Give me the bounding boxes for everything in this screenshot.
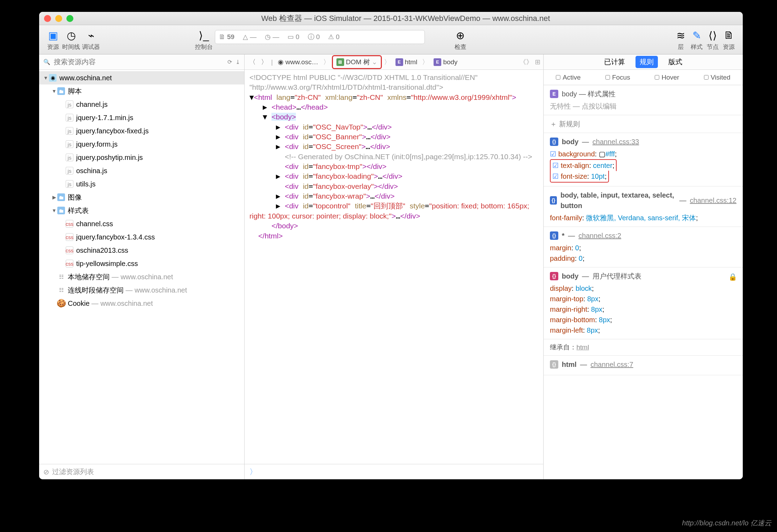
minimize-icon[interactable] <box>55 15 62 22</box>
url-box: 🗎 59 △ — ◷ — ▭ 0 ⓘ 0 ⚠ 0 <box>215 30 425 44</box>
tab-rules[interactable]: 规则 <box>636 56 658 68</box>
close-icon[interactable] <box>44 15 51 22</box>
tree-file[interactable]: csschannel.css <box>39 217 244 230</box>
tree-file[interactable]: jsjquery.poshytip.min.js <box>39 151 244 164</box>
tree-file[interactable]: csstip-yellowsimple.css <box>39 257 244 270</box>
tree-file[interactable]: jsoschina.js <box>39 164 244 177</box>
search-icon: 🔍 <box>43 59 50 65</box>
rule-section[interactable]: {}body, table, input, textarea, select, … <box>544 186 743 227</box>
styles-panel: 已计算 规则 版式 Active Focus Hover Visited Ebo… <box>544 54 743 479</box>
search-input[interactable] <box>54 58 224 66</box>
filter-bar: ⊘过滤资源列表 <box>39 464 244 479</box>
tree-file[interactable]: jsjquery-1.7.1.min.js <box>39 111 244 124</box>
inspector-window: Web 检查器 — iOS Simulator — 2015-01-31-WKW… <box>39 12 743 479</box>
main-area: 🔍 ⟳ ⤓ ▼◉www.oschina.net ▼🖿脚本 jschannel.j… <box>39 54 743 479</box>
tab-computed[interactable]: 已计算 <box>600 56 629 68</box>
tree-sessionstorage[interactable]: ☷连线时段储存空间 — www.oschina.net <box>39 283 244 297</box>
tree-file[interactable]: jsjquery.form.js <box>39 138 244 151</box>
pseudo-toggles: Active Focus Hover Visited <box>544 70 743 85</box>
tree-images[interactable]: ▶🖿图像 <box>39 191 244 204</box>
style-attr-section: Ebody — 样式属性 无特性 — 点按以编辑 <box>544 85 743 115</box>
inspect-button[interactable]: ⊕检查 <box>453 28 467 51</box>
tree-file[interactable]: jsutils.js <box>39 177 244 191</box>
back-button[interactable]: 〈 <box>247 57 257 67</box>
reload-icon[interactable]: ⟳ <box>227 59 232 65</box>
lock-icon: 🔒 <box>728 272 737 282</box>
tree-styles[interactable]: ▼🖿样式表 <box>39 204 244 217</box>
window-title: Web 检查器 — iOS Simulator — 2015-01-31-WKW… <box>73 13 738 24</box>
page-indicator: 🗎 59 <box>219 33 234 41</box>
tab-timeline[interactable]: ◷时间线 <box>62 28 80 51</box>
tree-root[interactable]: ▼◉www.oschina.net <box>39 71 244 84</box>
tab-debugger[interactable]: ⌁调试器 <box>82 28 100 51</box>
tree-file[interactable]: cssoschina2013.css <box>39 244 244 257</box>
rule-section-ua: 🔒 {}body — 用户代理样式表 display: block; margi… <box>544 267 743 339</box>
toggle-active[interactable]: Active <box>556 74 581 81</box>
dom-panel: 〈 〉 | ◉www.osc…〉 ⊞DOM 树⌄〉 Ehtml〉 Ebody 《… <box>245 54 544 479</box>
rule-section[interactable]: {}html — channel.css:7 <box>544 356 743 375</box>
tree-scripts[interactable]: ▼🖿脚本 <box>39 84 244 98</box>
titlebar: Web 检查器 — iOS Simulator — 2015-01-31-WKW… <box>39 12 743 25</box>
toggle-hover[interactable]: Hover <box>655 74 679 81</box>
resource-tree: ▼◉www.oschina.net ▼🖿脚本 jschannel.js jsjq… <box>39 70 244 464</box>
toggle-focus[interactable]: Focus <box>605 74 630 81</box>
rule-section[interactable]: {}body — channel.css:33 ☑background: ▢#f… <box>544 133 743 186</box>
tree-file[interactable]: cssjquery.fancybox-1.3.4.css <box>39 230 244 244</box>
badge-1: △ — <box>243 33 256 41</box>
tree-localstorage[interactable]: ☷本地储存空间 — www.oschina.net <box>39 270 244 283</box>
crumb-body[interactable]: Ebody <box>431 57 460 67</box>
sidebar: 🔍 ⟳ ⤓ ▼◉www.oschina.net ▼🖿脚本 jschannel.j… <box>39 54 245 479</box>
toggle-visited[interactable]: Visited <box>704 74 731 81</box>
tab-layout[interactable]: 版式 <box>664 56 687 68</box>
filter-icon: ⊘ <box>43 468 49 476</box>
globe-icon: ◉ <box>278 58 284 66</box>
badge-3: ▭ 0 <box>288 33 299 41</box>
tree-cookie[interactable]: 🍪Cookie — www.oschina.net <box>39 297 244 310</box>
traffic-lights <box>44 15 73 22</box>
tab-console[interactable]: ⟩_控制台 <box>195 28 213 51</box>
tab-resources-2[interactable]: 🗎资源 <box>722 28 736 51</box>
tree-file[interactable]: jsjquery.fancybox-fixed.js <box>39 124 244 138</box>
crumb-dom[interactable]: ⊞DOM 树⌄ <box>332 55 382 69</box>
crumb-html[interactable]: Ehtml <box>393 57 420 67</box>
tree-file[interactable]: jschannel.js <box>39 98 244 111</box>
breadcrumb: 〈 〉 | ◉www.osc…〉 ⊞DOM 树⌄〉 Ehtml〉 Ebody 《… <box>245 54 543 70</box>
crumb-site[interactable]: ◉www.osc… <box>275 57 321 67</box>
forward-button[interactable]: 〉 <box>259 57 269 67</box>
badge-5: ⚠ 0 <box>328 33 340 41</box>
rule-section[interactable]: {}* — channel.css:2 margin: 0; padding: … <box>544 227 743 267</box>
new-rule-button[interactable]: ＋ 新规则 <box>544 115 743 133</box>
badge-4: ⓘ 0 <box>308 32 320 42</box>
zoom-icon[interactable] <box>66 15 73 22</box>
style-tabs: 已计算 规则 版式 <box>544 54 743 70</box>
tab-styles[interactable]: ✎样式 <box>690 28 704 51</box>
tab-layers[interactable]: ≋层 <box>674 28 688 51</box>
watermark: http://blog.csdn.net/lo 亿速云 <box>682 518 771 528</box>
console-prompt[interactable]: 〉 <box>245 464 543 479</box>
search-bar: 🔍 ⟳ ⤓ <box>39 54 244 70</box>
download-icon[interactable]: ⤓ <box>235 59 240 65</box>
tab-node[interactable]: ⟨⟩节点 <box>706 28 720 51</box>
rules-list: Ebody — 样式属性 无特性 — 点按以编辑 ＋ 新规则 {}body — … <box>544 85 743 479</box>
toolbar: ▣资源 ◷时间线 ⌁调试器 ⟩_控制台 🗎 59 △ — ◷ — ▭ 0 ⓘ 0… <box>39 25 743 54</box>
dom-tree[interactable]: <!DOCTYPE html PUBLIC "-//W3C//DTD XHTML… <box>245 70 543 464</box>
badge-2: ◷ — <box>265 33 279 41</box>
inherited-from: 继承自：html <box>544 339 743 356</box>
tab-resources[interactable]: ▣资源 <box>46 28 60 51</box>
